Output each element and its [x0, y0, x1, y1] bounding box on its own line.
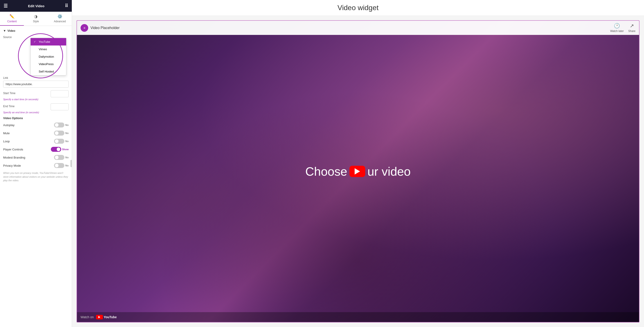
youtube-logo-text: YouTube [104, 315, 117, 319]
source-label: Source [3, 36, 12, 39]
section-video-label: Video [8, 29, 15, 33]
tab-content-label: Content [7, 20, 17, 23]
video-container: ≡ Video Placeholder 🕐 Watch later ↗ Shar… [76, 20, 640, 322]
loop-toggle-wrap: No [54, 139, 69, 144]
yt-play-button[interactable] [350, 166, 365, 177]
link-row: Link [3, 76, 69, 88]
tab-bar: ✏️ Content ◑ Style ⚙️ Advanced [0, 12, 72, 26]
privacy-mode-toggle[interactable] [54, 163, 64, 168]
privacy-mode-label: Privacy Mode [3, 164, 21, 167]
player-controls-knob [57, 148, 60, 151]
modest-branding-toggle[interactable] [54, 155, 64, 160]
videopress-option: VideoPress [39, 62, 54, 66]
modest-branding-text: No [65, 156, 69, 159]
start-time-input[interactable] [51, 90, 69, 97]
player-controls-text: Show [62, 148, 69, 151]
loop-text: No [65, 140, 69, 143]
elementor-badge: ≡ [80, 24, 88, 32]
loop-knob [55, 139, 58, 143]
dropdown-dailymotion[interactable]: Dailymotion [30, 53, 66, 60]
youtube-logo: YouTube [96, 315, 117, 319]
video-placeholder-text: Video Placeholder [90, 26, 120, 30]
modest-branding-toggle-wrap: No [54, 155, 69, 160]
section-video-header[interactable]: ▼ Video [3, 29, 69, 33]
privacy-mode-text: No [65, 164, 69, 167]
watch-later-icon: 🕐 [614, 23, 620, 29]
player-controls-toggle-wrap: Show [51, 147, 69, 152]
watch-later-button[interactable]: 🕐 Watch later [610, 23, 624, 33]
tab-style[interactable]: ◑ Style [24, 12, 48, 26]
tab-advanced[interactable]: ⚙️ Advanced [48, 12, 72, 26]
youtube-logo-icon [96, 315, 103, 319]
source-dropdown[interactable]: ✓ YouTube Vimeo Dailymotion VideoPress [30, 38, 66, 76]
end-time-label: End Time [3, 105, 15, 108]
watch-on-text: Watch on [80, 315, 94, 319]
mute-toggle-wrap: No [54, 131, 69, 136]
end-time-input[interactable] [51, 103, 69, 110]
autoplay-toggle-wrap: No [54, 123, 69, 127]
sidebar-header: ☰ Edit Video ⠿ [0, 0, 72, 12]
sidebar: ☰ Edit Video ⠿ ✏️ Content ◑ Style ⚙️ Adv… [0, 0, 72, 327]
loop-toggle[interactable] [54, 139, 64, 144]
video-center-text: Choose ur video [305, 164, 411, 178]
youtube-option: YouTube [39, 40, 50, 44]
section-arrow-icon: ▼ [3, 29, 6, 33]
dropdown-vimeo[interactable]: Vimeo [30, 46, 66, 53]
gear-icon: ⚙️ [58, 14, 62, 19]
video-footer: Watch on YouTube [77, 312, 639, 322]
center-text-after: ur video [368, 164, 411, 178]
dailymotion-option: Dailymotion [39, 55, 54, 58]
autoplay-label: Autoplay [3, 123, 15, 127]
video-options-header: Video Options [3, 116, 69, 120]
page-title: Video widget [338, 4, 379, 12]
autoplay-text: No [65, 124, 69, 126]
start-time-row: Start Time Specify a start time (in seco… [3, 90, 69, 101]
sidebar-title: Edit Video [28, 4, 44, 8]
loop-label: Loop [3, 140, 10, 143]
modest-branding-label: Modest Branding [3, 156, 25, 159]
start-time-label: Start Time [3, 92, 16, 95]
link-input[interactable] [3, 81, 69, 88]
video-background: Choose ur video [77, 21, 639, 322]
player-controls-row: Player Controls Show [3, 147, 69, 152]
selfhosted-option: Self Hosted [39, 70, 54, 73]
privacy-mode-toggle-wrap: No [54, 163, 69, 168]
dropdown-youtube[interactable]: ✓ YouTube [30, 38, 66, 46]
autoplay-knob [55, 123, 58, 127]
privacy-hint: When you turn on privacy mode, YouTube/V… [3, 171, 69, 182]
sidebar-content: ▼ Video Source ✓ YouTube Vimeo [0, 26, 72, 327]
share-label: Share [628, 30, 636, 33]
page-title-bar: Video widget [72, 0, 644, 16]
share-button[interactable]: ↗ Share [628, 23, 636, 33]
player-controls-toggle[interactable] [51, 147, 61, 152]
vimeo-option: Vimeo [39, 48, 47, 51]
dropdown-videopress[interactable]: VideoPress [30, 60, 66, 68]
elementor-icon: ≡ [84, 26, 85, 30]
modest-branding-knob [55, 156, 58, 159]
hamburger-icon[interactable]: ☰ [4, 3, 8, 9]
grid-icon[interactable]: ⠿ [65, 3, 68, 9]
privacy-mode-knob [55, 164, 58, 167]
mute-text: No [65, 132, 69, 134]
resize-handle[interactable]: ⋮ [70, 160, 72, 167]
mute-row: Mute No [3, 131, 69, 136]
privacy-mode-row: Privacy Mode No [3, 163, 69, 168]
autoplay-toggle[interactable] [54, 123, 64, 127]
mute-toggle[interactable] [54, 131, 64, 136]
end-time-row: End Time Specify an end time (in seconds… [3, 103, 69, 114]
tab-content[interactable]: ✏️ Content [0, 12, 24, 26]
dropdown-selfhosted[interactable]: Self Hosted [30, 68, 66, 75]
video-header: ≡ Video Placeholder 🕐 Watch later ↗ Shar… [77, 21, 639, 35]
source-row: Source ✓ YouTube Vimeo Dailymotion [3, 36, 69, 40]
tab-advanced-label: Advanced [54, 20, 66, 23]
player-controls-label: Player Controls [3, 148, 23, 151]
mute-label: Mute [3, 132, 10, 135]
watch-later-label: Watch later [610, 30, 624, 33]
start-time-hint: Specify a start time (in seconds) [3, 98, 69, 101]
autoplay-row: Autoplay No [3, 123, 69, 127]
main-content: Video widget ≡ Video Placeholder 🕐 Watch… [72, 0, 644, 327]
share-icon: ↗ [630, 23, 634, 29]
end-time-hint: Specify an end time (in seconds) [3, 111, 69, 114]
center-text-before: Choose [305, 164, 347, 178]
link-label: Link [3, 76, 69, 80]
